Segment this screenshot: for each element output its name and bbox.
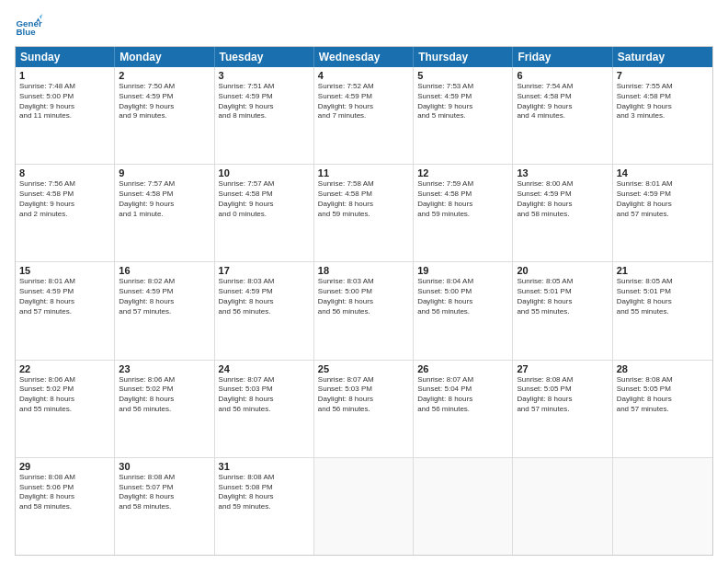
day-number: 10 [219, 167, 310, 178]
day-number: 8 [19, 167, 110, 178]
day-info: Sunrise: 8:06 AMSunset: 5:02 PMDaylight:… [19, 375, 110, 415]
calendar-week-4: 22Sunrise: 8:06 AMSunset: 5:02 PMDayligh… [16, 360, 712, 457]
day-number: 3 [219, 70, 310, 81]
day-number: 25 [318, 363, 409, 374]
day-cell-5: 5Sunrise: 7:53 AMSunset: 4:59 PMDaylight… [414, 67, 513, 164]
logo: General Blue [15, 11, 42, 39]
day-info: Sunrise: 8:05 AMSunset: 5:01 PMDaylight:… [617, 277, 709, 316]
svg-text:Blue: Blue [17, 27, 37, 37]
calendar: SundayMondayTuesdayWednesdayThursdayFrid… [15, 46, 713, 556]
calendar-week-5: 29Sunrise: 8:08 AMSunset: 5:06 PMDayligh… [16, 457, 712, 555]
day-info: Sunrise: 7:50 AMSunset: 4:59 PMDaylight:… [119, 82, 210, 121]
day-info: Sunrise: 8:08 AMSunset: 5:05 PMDaylight:… [517, 375, 608, 415]
day-info: Sunrise: 8:03 AMSunset: 4:59 PMDaylight:… [219, 277, 310, 316]
calendar-week-1: 1Sunrise: 7:48 AMSunset: 5:00 PMDaylight… [16, 67, 712, 164]
day-cell-6: 6Sunrise: 7:54 AMSunset: 4:58 PMDaylight… [513, 67, 612, 164]
day-number: 16 [119, 265, 210, 276]
day-info: Sunrise: 7:57 AMSunset: 4:58 PMDaylight:… [119, 179, 210, 219]
day-number: 1 [19, 70, 110, 81]
day-number: 24 [219, 363, 310, 374]
header-day-thursday: Thursday [414, 47, 513, 67]
day-cell-18: 18Sunrise: 8:03 AMSunset: 5:00 PMDayligh… [314, 262, 414, 359]
day-number: 2 [119, 70, 210, 81]
day-number: 23 [119, 363, 210, 374]
day-cell-11: 11Sunrise: 7:58 AMSunset: 4:58 PMDayligh… [314, 165, 414, 261]
day-cell-29: 29Sunrise: 8:08 AMSunset: 5:06 PMDayligh… [16, 458, 115, 555]
day-cell-26: 26Sunrise: 8:07 AMSunset: 5:04 PMDayligh… [414, 361, 513, 457]
day-info: Sunrise: 8:08 AMSunset: 5:05 PMDaylight:… [617, 375, 709, 415]
day-number: 14 [617, 167, 709, 178]
empty-cell [513, 458, 612, 555]
day-info: Sunrise: 8:07 AMSunset: 5:03 PMDaylight:… [219, 375, 310, 415]
day-cell-13: 13Sunrise: 8:00 AMSunset: 4:59 PMDayligh… [513, 165, 612, 261]
page-header: General Blue [15, 11, 713, 39]
day-cell-31: 31Sunrise: 8:08 AMSunset: 5:08 PMDayligh… [215, 458, 314, 555]
day-cell-1: 1Sunrise: 7:48 AMSunset: 5:00 PMDaylight… [16, 67, 115, 164]
calendar-week-2: 8Sunrise: 7:56 AMSunset: 4:58 PMDaylight… [16, 164, 712, 261]
day-cell-24: 24Sunrise: 8:07 AMSunset: 5:03 PMDayligh… [215, 361, 314, 457]
day-number: 28 [617, 363, 709, 374]
day-info: Sunrise: 7:55 AMSunset: 4:58 PMDaylight:… [617, 82, 709, 121]
day-number: 27 [517, 363, 608, 374]
day-cell-28: 28Sunrise: 8:08 AMSunset: 5:05 PMDayligh… [613, 361, 712, 457]
header-day-saturday: Saturday [613, 47, 712, 67]
day-info: Sunrise: 8:05 AMSunset: 5:01 PMDaylight:… [517, 277, 608, 316]
header-day-wednesday: Wednesday [314, 47, 414, 67]
header-day-monday: Monday [115, 47, 214, 67]
day-cell-22: 22Sunrise: 8:06 AMSunset: 5:02 PMDayligh… [16, 361, 115, 457]
day-number: 6 [517, 70, 608, 81]
header-day-friday: Friday [513, 47, 612, 67]
calendar-page: General Blue SundayMondayTuesdayWednesda… [0, 0, 728, 563]
calendar-header: SundayMondayTuesdayWednesdayThursdayFrid… [16, 47, 712, 67]
day-cell-4: 4Sunrise: 7:52 AMSunset: 4:59 PMDaylight… [314, 67, 414, 164]
day-info: Sunrise: 7:53 AMSunset: 4:59 PMDaylight:… [417, 82, 508, 121]
day-cell-21: 21Sunrise: 8:05 AMSunset: 5:01 PMDayligh… [613, 262, 712, 359]
day-cell-30: 30Sunrise: 8:08 AMSunset: 5:07 PMDayligh… [115, 458, 214, 555]
header-day-sunday: Sunday [16, 47, 115, 67]
day-number: 26 [417, 363, 508, 374]
day-info: Sunrise: 8:00 AMSunset: 4:59 PMDaylight:… [517, 179, 608, 219]
day-info: Sunrise: 8:07 AMSunset: 5:03 PMDaylight:… [318, 375, 409, 415]
day-info: Sunrise: 7:51 AMSunset: 4:59 PMDaylight:… [219, 82, 310, 121]
day-info: Sunrise: 8:06 AMSunset: 5:02 PMDaylight:… [119, 375, 210, 415]
day-info: Sunrise: 7:58 AMSunset: 4:58 PMDaylight:… [318, 179, 409, 219]
day-number: 22 [19, 363, 110, 374]
day-number: 9 [119, 167, 210, 178]
day-number: 5 [417, 70, 508, 81]
day-number: 21 [617, 265, 709, 276]
empty-cell [414, 458, 513, 555]
day-number: 15 [19, 265, 110, 276]
day-info: Sunrise: 7:48 AMSunset: 5:00 PMDaylight:… [19, 82, 110, 121]
day-cell-9: 9Sunrise: 7:57 AMSunset: 4:58 PMDaylight… [115, 165, 214, 261]
day-info: Sunrise: 8:01 AMSunset: 4:59 PMDaylight:… [19, 277, 110, 316]
day-info: Sunrise: 7:57 AMSunset: 4:58 PMDaylight:… [219, 179, 310, 219]
calendar-body: 1Sunrise: 7:48 AMSunset: 5:00 PMDaylight… [16, 67, 712, 555]
day-cell-25: 25Sunrise: 8:07 AMSunset: 5:03 PMDayligh… [314, 361, 414, 457]
day-cell-27: 27Sunrise: 8:08 AMSunset: 5:05 PMDayligh… [513, 361, 612, 457]
day-cell-12: 12Sunrise: 7:59 AMSunset: 4:58 PMDayligh… [414, 165, 513, 261]
day-cell-20: 20Sunrise: 8:05 AMSunset: 5:01 PMDayligh… [513, 262, 612, 359]
day-number: 7 [617, 70, 709, 81]
day-info: Sunrise: 8:07 AMSunset: 5:04 PMDaylight:… [417, 375, 508, 415]
day-cell-16: 16Sunrise: 8:02 AMSunset: 4:59 PMDayligh… [115, 262, 214, 359]
empty-cell [613, 458, 712, 555]
day-number: 29 [19, 461, 110, 472]
day-number: 13 [517, 167, 608, 178]
day-number: 12 [417, 167, 508, 178]
logo-icon: General Blue [15, 11, 42, 39]
day-info: Sunrise: 8:08 AMSunset: 5:07 PMDaylight:… [119, 473, 210, 512]
day-info: Sunrise: 8:08 AMSunset: 5:06 PMDaylight:… [19, 473, 110, 512]
empty-cell [314, 458, 414, 555]
day-info: Sunrise: 7:52 AMSunset: 4:59 PMDaylight:… [318, 82, 409, 121]
day-cell-17: 17Sunrise: 8:03 AMSunset: 4:59 PMDayligh… [215, 262, 314, 359]
day-cell-15: 15Sunrise: 8:01 AMSunset: 4:59 PMDayligh… [16, 262, 115, 359]
day-cell-10: 10Sunrise: 7:57 AMSunset: 4:58 PMDayligh… [215, 165, 314, 261]
day-cell-2: 2Sunrise: 7:50 AMSunset: 4:59 PMDaylight… [115, 67, 214, 164]
day-info: Sunrise: 8:08 AMSunset: 5:08 PMDaylight:… [219, 473, 310, 512]
day-number: 19 [417, 265, 508, 276]
day-cell-3: 3Sunrise: 7:51 AMSunset: 4:59 PMDaylight… [215, 67, 314, 164]
day-number: 31 [219, 461, 310, 472]
day-cell-8: 8Sunrise: 7:56 AMSunset: 4:58 PMDaylight… [16, 165, 115, 261]
day-info: Sunrise: 8:02 AMSunset: 4:59 PMDaylight:… [119, 277, 210, 316]
day-number: 4 [318, 70, 409, 81]
